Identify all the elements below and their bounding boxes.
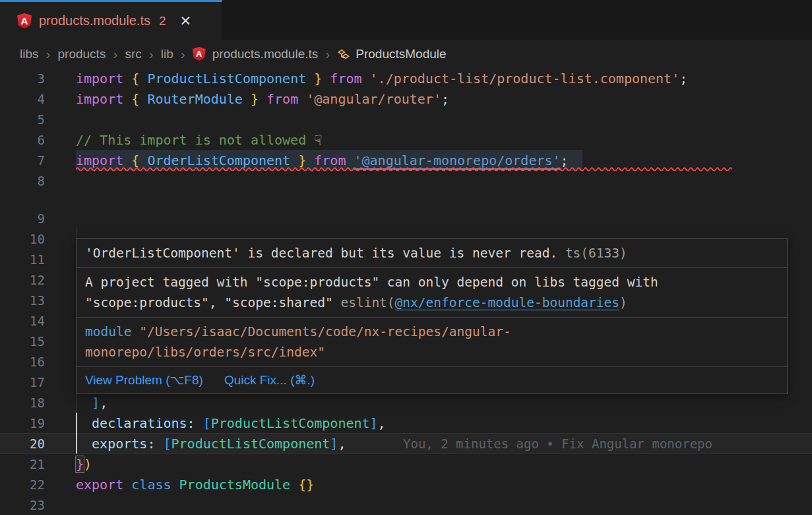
code-token: ProductListComponent (147, 71, 306, 86)
breadcrumb-lib[interactable]: lib (161, 47, 173, 61)
line-number: 14 (0, 314, 45, 328)
code-token (322, 71, 330, 86)
code-token: } (251, 91, 259, 107)
line-number: 5 (0, 112, 45, 127)
code-token: ] (370, 415, 378, 431)
code-token: [ (203, 415, 211, 431)
indent-guide (76, 392, 92, 413)
breadcrumb-src[interactable]: src (125, 47, 141, 61)
code-token: ] (330, 436, 338, 452)
breadcrumb-symbol[interactable]: ProductsModule (356, 47, 446, 61)
line-content: }) (76, 454, 92, 474)
ts-message-text: 'OrderListComponent' is declared but its… (85, 246, 557, 261)
code-token (243, 91, 251, 107)
code-token (362, 71, 370, 86)
code-line[interactable]: 23 (0, 495, 812, 515)
code-token: ; (679, 71, 687, 86)
breadcrumb-products[interactable]: products (58, 47, 106, 61)
code-token: , (338, 436, 346, 452)
eslint-message-line2: "scope:products", "scope:shared" (85, 295, 340, 310)
tab-bar: A products.module.ts 2 ✕ (0, 0, 812, 40)
code-token: RouterModule (147, 91, 243, 107)
code-token: from (266, 91, 298, 107)
problem-count-badge: 2 (159, 14, 166, 28)
code-token: from (330, 71, 361, 86)
code-token: , (100, 395, 108, 411)
ts-error-code: ts(6133) (557, 246, 627, 261)
symbol-class-icon (337, 48, 350, 61)
code-token: class (131, 477, 171, 493)
code-token: ☟ (314, 132, 322, 148)
line-number: 6 (0, 133, 45, 147)
breadcrumb-libs[interactable]: libs (20, 47, 39, 61)
code-line[interactable]: 20exports: [ProductListComponent],You, 2… (0, 433, 812, 454)
code-token: // This import is not allowed (76, 132, 314, 148)
git-blame-annotation: You, 2 minutes ago • Fix Angular monorep… (403, 436, 712, 451)
code-token: declarations (92, 415, 187, 431)
line-number: 19 (0, 416, 45, 430)
error-squiggle (76, 166, 732, 171)
chevron-right-icon: › (46, 46, 51, 62)
code-token: '@angular/router' (306, 91, 441, 107)
ts-diagnostic-message: 'OrderListComponent' is declared but its… (77, 239, 787, 268)
line-number: 7 (0, 153, 45, 168)
vscode-window: { "tab": { "title": "products.module.ts"… (0, 0, 812, 515)
code-line[interactable]: 21}) (0, 454, 812, 474)
line-number: 13 (0, 293, 45, 308)
code-line[interactable]: 8 (0, 170, 812, 191)
code-editor[interactable]: 3import { ProductListComponent } from '.… (0, 68, 812, 515)
code-line[interactable]: 5 (0, 109, 812, 129)
line-content: import { ProductListComponent } from './… (76, 68, 687, 88)
angular-icon: A (17, 13, 32, 28)
line-content: // This import is not allowed ☟ (76, 129, 322, 150)
eslint-rule-link[interactable]: @nx/enforce-module-boundaries (395, 295, 619, 310)
code-line[interactable]: 9 (0, 208, 812, 228)
code-token: { (131, 71, 139, 86)
code-line[interactable]: 6// This import is not allowed ☟ (0, 129, 812, 150)
quick-fix-action[interactable]: Quick Fix... (⌘.) (224, 372, 315, 388)
code-token: { (131, 91, 139, 107)
code-token: , (378, 415, 386, 431)
code-line[interactable]: 7import { OrderListComponent } from '@an… (0, 150, 812, 170)
breadcrumb: libs › products › src › lib › A products… (0, 40, 812, 68)
line-number: 16 (0, 355, 45, 369)
breadcrumb-file[interactable]: products.module.ts (212, 47, 319, 61)
code-token: export (76, 477, 123, 493)
code-line[interactable]: 4import { RouterModule } from '@angular/… (0, 88, 812, 109)
indent-guide (76, 413, 92, 433)
eslint-source-close: ) (619, 295, 627, 310)
module-path-line1: "/Users/isaac/Documents/code/nx-recipes/… (131, 324, 511, 339)
line-number: 11 (0, 252, 45, 267)
tab-products-module[interactable]: A products.module.ts 2 ✕ (0, 0, 222, 40)
chevron-right-icon: › (148, 46, 154, 62)
indent-guide (76, 433, 92, 454)
eslint-message-line1: A project tagged with "scope:products" c… (85, 275, 658, 290)
line-number: 18 (0, 395, 45, 410)
line-content: export class ProductsModule {} (76, 474, 314, 495)
line-content: import { OrderListComponent } from '@ang… (76, 150, 569, 170)
line-content: exports: [ProductListComponent], (76, 433, 346, 454)
code-line[interactable]: 19declarations: [ProductListComponent], (0, 413, 812, 433)
code-token: : (147, 436, 163, 452)
code-token: import (76, 91, 123, 107)
code-token: ProductListComponent (172, 436, 330, 452)
line-content: declarations: [ProductListComponent], (76, 413, 386, 433)
code-token: ProductsModule (179, 477, 291, 493)
code-token: exports (92, 436, 147, 452)
line-number: 10 (0, 232, 45, 246)
code-token (172, 477, 179, 493)
code-line[interactable]: 22export class ProductsModule {} (0, 474, 812, 495)
code-token: ] (92, 395, 100, 411)
view-problem-action[interactable]: View Problem (⌥F8) (85, 372, 203, 388)
code-token (123, 477, 131, 493)
line-content: ], (76, 392, 108, 413)
close-icon[interactable]: ✕ (180, 13, 192, 29)
code-line[interactable]: 3import { ProductListComponent } from '.… (0, 68, 812, 88)
code-line[interactable]: 18], (0, 392, 812, 413)
code-token (306, 71, 314, 86)
code-token (139, 91, 147, 107)
code-token: : (187, 415, 203, 431)
chevron-right-icon: › (112, 46, 118, 62)
code-token (259, 91, 266, 107)
code-token (290, 477, 298, 493)
